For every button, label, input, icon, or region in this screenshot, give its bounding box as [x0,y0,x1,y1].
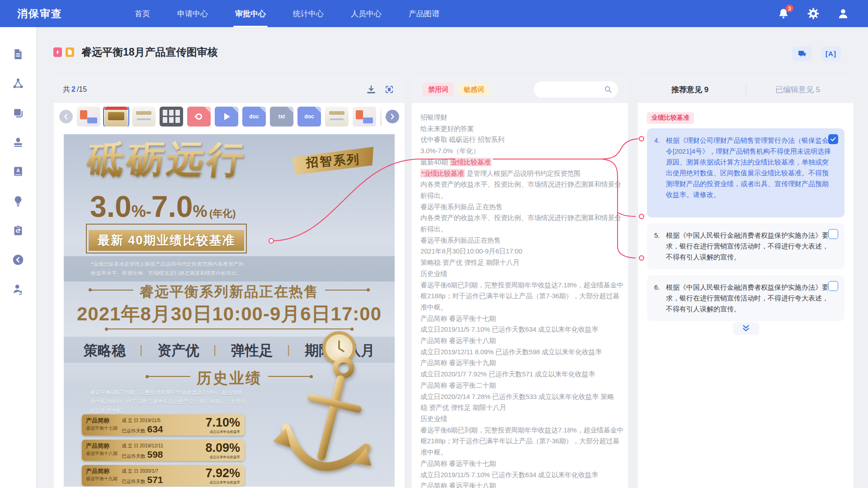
download-icon[interactable] [366,84,377,95]
poster-product-card-3: 产品简称睿远平衡十九期成 立 日 2020/1/7已运作天数5717.92%成立… [82,465,245,486]
opinion-checkbox[interactable] [828,229,838,239]
poster-product-card-1: 产品简称睿远平衡十七期成 立 日 2019/11/5已运作天数6347.10%成… [82,414,245,436]
left-sidebar: A [0,27,36,488]
sidebar-file-document-icon[interactable] [12,48,24,61]
poster-footnote: *业绩比较基准是管理人根据产品说明书约定投资范围内各类资产的收益率水平、投资比例… [91,260,247,278]
poster-benchmark-bar: 最新 40期业绩比较基准 [89,230,244,251]
ocr-line-10: 内各类资产的收益水平、投资比例、市场情况进行静态测算和情景分 [420,212,628,224]
ocr-line-30: 枢2188p；对于运作已满半年以上产品（第7-36期），大部分超过基 [420,436,628,447]
thumbnail-5-file-pdf[interactable] [187,107,211,127]
sidebar-share-network-icon[interactable] [12,77,24,90]
svg-text:A: A [16,168,20,173]
app-logo: 消保审查 [17,7,62,21]
sidebar-stamp-icon[interactable] [12,136,24,149]
poster-product-card-2: 产品简称睿远平衡十八期成 立 日 2019/12/11已运作天数5988.09%… [82,440,245,461]
opinions-header: 推荐意见 9 已编辑意见 5 [638,76,854,103]
thumbnail-8-file-txt[interactable]: txt [270,107,293,127]
sensitive-words-tag[interactable]: 敏感词 [458,83,490,96]
opinions-panel: 推荐意见 9 已编辑意见 5 业绩比较基准 4.根据《理财公司理财产品销售管理暂… [638,76,854,488]
user-avatar-icon[interactable] [837,8,849,19]
expand-more-button[interactable] [733,322,759,335]
nav-item-2[interactable]: 审批中心 [222,0,279,27]
ocr-line-32: 产品简称 睿远平衡十七期 [420,458,628,469]
poster-product-cards: 产品简称睿远平衡十七期成 立 日 2019/11/5已运作天数6347.10%成… [82,414,245,486]
sidebar-clipboard-return-icon[interactable] [12,224,24,237]
viewer-header: 共2/15 [54,76,405,103]
thumbnail-strip: doctxtdoc [54,103,405,130]
ocr-line-8: 析得出。 [420,190,628,202]
ocr-line-23: 产品简称 睿远平衡十九期 [420,357,628,369]
ocr-line-18: 准中枢。 [420,302,628,313]
settings-gear-icon[interactable] [807,8,819,19]
nav-item-1[interactable]: 申请中心 [164,0,222,27]
thumbnails-prev-button[interactable] [59,110,73,123]
thumbnail-11-image-illustration[interactable] [353,107,376,127]
pdf-mark-icon [194,112,203,121]
thumbnail-2-image-gold[interactable] [104,107,128,127]
feature-separator: 丨 [136,343,147,359]
thumbnail-12-image-partial[interactable] [380,107,382,127]
poster-preview-image[interactable]: 砥砺远行 招智系列 3.0%-7.0% (年化) 最新 40期业绩比较基准 *业… [64,134,395,487]
flag-lightning-icon [53,47,62,57]
ocr-line-29: 睿远平衡6期已到期，完整投资周期年华收益达7.18%，超业绩基金中 [420,425,628,436]
opinion-number: 4. [654,135,666,200]
ocr-line-26: 成立日2020/2/14 7.28% 已运作天数533 成立以来年化收益率 策略 [420,391,628,403]
fullscreen-icon[interactable] [384,84,395,95]
ocr-line-34: 产品简称 睿远平衡十八期 [420,480,628,488]
thumbnail-6-file-video[interactable] [215,107,238,127]
thumbnail-4-image-dark-grid[interactable] [160,107,183,127]
search-icon[interactable] [604,85,613,94]
thumbnails-next-button[interactable] [386,110,399,123]
opinion-checkbox-checked[interactable] [828,134,838,144]
thumbnail-7-file-doc[interactable]: doc [242,107,266,127]
ocr-line-1: 招银理财 [420,112,628,123]
nav-item-4[interactable]: 人员中心 [337,0,395,27]
document-file-icon [66,47,74,57]
opinion-text: 根据《理财公司理财产品销售管理暂行办法（银保监会令[2021]4号》，理财产品销… [666,135,834,200]
nav-item-3[interactable]: 统计中心 [279,0,337,27]
poster-sale-time: 2021年8月30日10:00-9月6日17:00 [64,301,395,327]
opinion-item-6[interactable]: 6.根据《中国人民银行金融消费者权益保护实施办法》要求，银行在进行营销宣传活动时… [647,275,844,321]
banned-words-tag[interactable]: 禁用词 [423,83,454,96]
sidebar-dictionary-icon[interactable]: A [12,165,24,178]
poster-divider [107,328,351,329]
comments-button[interactable] [792,46,812,61]
thumbnail-3-image-light[interactable] [132,107,156,127]
nav-item-0[interactable]: 首页 [121,0,164,27]
ocr-line-9: 睿远平衡系列新品 正在热售 [420,202,628,213]
ocr-line-19: 产品简称 睿远平衡十七期 [420,313,628,324]
tab-recommended-opinions[interactable]: 推荐意见 9 [671,84,708,95]
ocr-text-panel: 禁用词 敏感词 招银理财给未来更好的答案优中睿取 砥砺远行 招智系列3.0%-7… [412,76,628,488]
notification-bell-icon[interactable]: 3 [778,8,789,19]
opinion-checkbox[interactable] [828,281,838,291]
thumbnails: doctxtdoc [77,107,382,127]
text-recognition-button[interactable]: [A] [821,46,841,61]
text-recognition-label: [A] [826,50,836,57]
ocr-line-6: *业绩比较基准 是管理人根据产品说明书约定投资范围 [420,168,628,179]
opinion-item-5[interactable]: 5.根据《中国人民银行金融消费者权益保护实施办法》要求，银行在进行营销宣传活动时… [647,223,844,269]
sidebar-lightbulb-icon[interactable] [12,195,24,207]
tab-edited-opinions[interactable]: 已编辑意见 5 [775,84,820,95]
double-chevron-down-icon [741,324,751,333]
thumbnail-9-file-doc[interactable]: doc [297,107,321,127]
ocr-line-17: 枢2188p；对于运作已满半年以上产品（第7-36期），大部分超过基 [420,291,628,302]
thumbnail-1-image-illustration[interactable] [77,107,100,127]
opinion-category-tag[interactable]: 业绩比较基准 [647,112,694,124]
ocr-line-24: 成立日2020/1/7 7.92% 已运作天数571 成立以来年化收益率 [420,369,628,380]
poster-history-note: 睿远平衡6期已到期，完整投资周期年华化收益达7.18%，超业绩基准中枢218BP… [90,388,247,415]
ocr-line-5: 最新40期 业绩比较基准 [420,157,628,168]
sidebar-layers-icon[interactable] [12,107,24,119]
sidebar-arrow-left-circle-icon[interactable] [12,253,24,266]
search-input[interactable] [540,86,604,93]
thumbnail-10-image-light[interactable] [325,107,349,127]
ocr-text-content: 招银理财给未来更好的答案优中睿取 砥砺远行 招智系列3.0%-7.0%（年化）最… [412,103,628,488]
notification-badge: 3 [786,5,793,12]
sidebar-user-return-icon[interactable] [12,283,24,296]
ocr-line-16: 睿远平衡6期已到期，完整投资周期年华收益达7.18%，超业绩基金中 [420,280,628,291]
nav-item-5[interactable]: 产品图谱 [395,0,453,27]
poster-main-title: 砥砺远行 [85,135,249,185]
ocr-highlight[interactable]: *业绩比较基准 [420,169,465,178]
opinion-item-4[interactable]: 4.根据《理财公司理财产品销售管理暂行办法（银保监会令[2021]4号》，理财产… [647,128,844,217]
ocr-highlight[interactable]: 业绩比较基准 [450,158,492,166]
ocr-line-2: 给未来更好的答案 [420,123,628,135]
